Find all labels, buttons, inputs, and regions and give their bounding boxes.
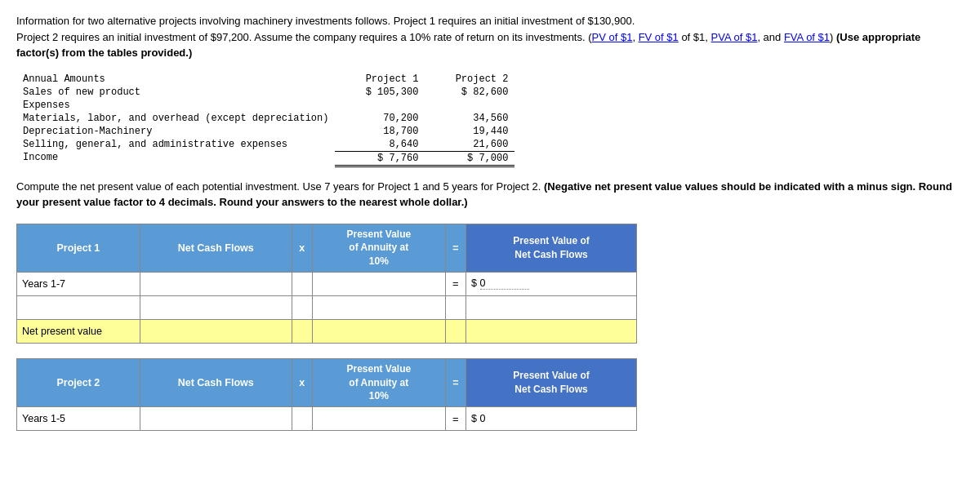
p1-times-1: [292, 272, 313, 295]
p1-pva-input[interactable]: [318, 276, 439, 292]
instructions-paragraph: Compute the net present value of each po…: [16, 179, 964, 211]
instructions-text: Compute the net present value of each po…: [16, 180, 544, 193]
table-row: Materials, labor, and overhead (except d…: [16, 112, 514, 125]
fva-link[interactable]: FVA of $1: [784, 31, 830, 43]
intro-paragraph: Information for two alternative projects…: [16, 13, 964, 61]
p1-ncf-input[interactable]: [145, 276, 287, 292]
p2-years15-label: Years 1-5: [17, 407, 140, 431]
p1-header-ncf: Net Cash Flows: [140, 224, 292, 272]
p1-extra-row: [17, 295, 637, 319]
p1-npv-row: Net present value: [17, 319, 637, 343]
p1-extra-ncf-input[interactable]: [145, 299, 287, 316]
p1-extra-pva-cell[interactable]: [313, 295, 445, 319]
intro-text-1: Information for two alternative projects…: [16, 15, 635, 27]
p1-value-1: 0: [480, 277, 529, 290]
p1-npv-cell5: [445, 319, 466, 343]
p2-equals-header: =: [445, 358, 466, 406]
p2-pva-input[interactable]: [318, 410, 439, 427]
p1-extra-result: [466, 295, 637, 319]
p2-header-pv: Present Value ofNet Cash Flows: [466, 358, 637, 406]
p1-equals-header: =: [445, 224, 466, 272]
p1-header-pva: Present Valueof Annuity at10%: [313, 224, 445, 272]
p2-times-header: x: [292, 358, 313, 406]
annual-amounts-table: Annual Amounts Project 1 Project 2 Sales…: [16, 73, 514, 167]
p2-header-label: Project 2: [17, 358, 140, 406]
p1-extra-times: [292, 295, 313, 319]
p1-times-header: x: [292, 224, 313, 272]
p1-extra-pva-input[interactable]: [318, 299, 439, 316]
p1-npv-result[interactable]: [466, 319, 637, 343]
p1-years17-label: Years 1-7: [17, 272, 140, 295]
table-row: Income $ 7,760 $ 7,000: [16, 151, 514, 166]
p2-ncf-input-cell[interactable]: [140, 407, 292, 431]
p2-result-1: $ 0: [466, 407, 637, 431]
p1-npv-cell4: [313, 319, 445, 343]
p2-pva-input-cell[interactable]: [313, 407, 445, 431]
p1-dollar-1: $: [471, 277, 479, 289]
intro-text-2: Project 2 requires an initial investment…: [16, 31, 592, 43]
table-header-proj2: Project 2: [425, 73, 514, 86]
project2-table: Project 2 Net Cash Flows x Present Value…: [16, 358, 637, 431]
p1-npv-input[interactable]: [471, 323, 631, 339]
project1-section: Project 1 Net Cash Flows x Present Value…: [16, 224, 964, 344]
p2-ncf-input[interactable]: [145, 410, 287, 427]
table-row: Expenses: [16, 99, 514, 112]
pv-link[interactable]: PV of $1: [592, 31, 633, 43]
table-header-label: Annual Amounts: [16, 73, 335, 86]
p1-header-pv: Present Value ofNet Cash Flows: [466, 224, 637, 272]
table-row: Selling, general, and administrative exp…: [16, 138, 514, 152]
p2-dollar-1: $: [471, 413, 479, 424]
table-row: Depreciation-Machinery 18,700 19,440: [16, 125, 514, 138]
p1-header-label: Project 1: [17, 224, 140, 272]
p1-extra-label: [17, 295, 140, 319]
p1-npv-label: Net present value: [17, 319, 140, 343]
table-row: Sales of new product $ 105,300 $ 82,600: [16, 86, 514, 99]
p1-pva-input-cell[interactable]: [313, 272, 445, 295]
p1-ncf-input-cell[interactable]: [140, 272, 292, 295]
p1-years17-row: Years 1-7 = $ 0: [17, 272, 637, 295]
p1-equals-1: =: [445, 272, 466, 295]
p2-equals-1: =: [445, 407, 466, 431]
p1-extra-equals: [445, 295, 466, 319]
fv-link[interactable]: FV of $1: [639, 31, 679, 43]
p1-npv-cell2: [140, 319, 292, 343]
intro-text-3: ): [830, 31, 836, 43]
p1-extra-ncf-cell[interactable]: [140, 295, 292, 319]
p2-value-1: 0: [480, 413, 486, 424]
table-header-proj1: Project 1: [335, 73, 425, 86]
p2-times-1: [292, 407, 313, 431]
project1-table: Project 1 Net Cash Flows x Present Value…: [16, 224, 637, 344]
pva-link[interactable]: PVA of $1: [711, 31, 758, 43]
p2-years15-row: Years 1-5 = $ 0: [17, 407, 637, 431]
section-spacer: [16, 352, 964, 358]
p2-header-ncf: Net Cash Flows: [140, 358, 292, 406]
p1-extra-result-input[interactable]: [471, 299, 631, 316]
project2-section: Project 2 Net Cash Flows x Present Value…: [16, 358, 964, 431]
p1-npv-cell3: [292, 319, 313, 343]
p2-header-pva: Present Valueof Annuity at10%: [313, 358, 445, 406]
p1-result-1: $ 0: [466, 272, 637, 295]
